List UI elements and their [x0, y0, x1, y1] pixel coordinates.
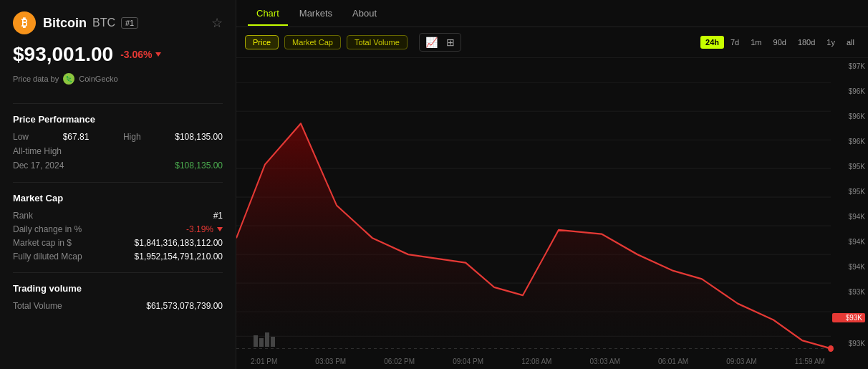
market-cap-title: Market Cap [13, 193, 223, 203]
time-24h-btn[interactable]: 24h [700, 36, 724, 49]
time-axis-labels: 2:01 PM 03:03 PM 06:02 PM 09:04 PM 12:08… [251, 353, 825, 369]
fully-diluted-row: Fully diluted Mcap $1,952,154,791,210.00 [13, 251, 223, 262]
rank-row: Rank #1 [13, 211, 223, 221]
price-display: $93,001.00 -3.06% [13, 43, 223, 66]
time-1m-btn[interactable]: 1m [746, 36, 766, 49]
coin-full-name: Bitcoin [43, 16, 87, 31]
time-1y-btn[interactable]: 1y [821, 36, 840, 49]
svg-rect-15 [265, 332, 269, 347]
tradingview-watermark [254, 332, 275, 349]
coin-header: ₿ Bitcoin BTC #1 ☆ [13, 11, 223, 34]
market-cap-usd-label: Market cap in $ [13, 238, 72, 248]
daily-change-value: -3.19% [186, 224, 223, 234]
left-panel: ₿ Bitcoin BTC #1 ☆ $93,001.00 -3.06% Pri… [0, 0, 236, 369]
daily-change-row: Daily change in % -3.19% [13, 224, 223, 234]
divider-1 [13, 103, 223, 104]
coingecko-logo: 🦎 [63, 73, 74, 85]
time-90d-btn[interactable]: 90d [768, 36, 791, 49]
market-cap-row: Market cap in $ $1,841,316,183,112.00 [13, 238, 223, 248]
right-panel: Chart Markets About Price Market Cap Tot… [236, 0, 868, 369]
time-label-8: 09:03 AM [726, 358, 756, 365]
svg-rect-14 [259, 338, 264, 347]
coin-symbol: BTC [92, 16, 115, 29]
time-range-group: 24h 7d 1m 90d 180d 1y all [700, 36, 859, 49]
trading-volume-title: Trading volume [13, 283, 223, 294]
price-label-95k-2: $95K [832, 188, 865, 196]
tab-markets[interactable]: Markets [291, 2, 341, 26]
arrow-down-icon [155, 52, 161, 57]
total-volume-value: $61,573,078,739.00 [146, 301, 223, 311]
time-label-9: 11:59 AM [795, 358, 825, 365]
market-cap-metric-btn[interactable]: Market Cap [284, 35, 341, 49]
rank-value: #1 [213, 211, 223, 221]
price-change: -3.06% [120, 49, 160, 60]
time-label-6: 03:03 AM [590, 358, 620, 365]
fully-diluted-label: Fully diluted Mcap [13, 251, 82, 262]
price-label-96k-1: $96K [832, 87, 865, 95]
price-label-93k-1: $93K [832, 288, 865, 296]
low-high-row: Low $67.81 High $108,135.00 [13, 132, 223, 142]
fully-diluted-value: $1,952,154,791,210.00 [135, 251, 223, 262]
tab-chart[interactable]: Chart [248, 2, 288, 26]
coin-rank-badge: #1 [121, 17, 138, 29]
time-label-3: 06:02 PM [384, 358, 415, 365]
daily-change-label: Daily change in % [13, 224, 82, 234]
price-label-96k-3: $96K [832, 138, 865, 145]
price-label-95k-1: $95K [832, 163, 865, 171]
price-label-93k-current: $93K [832, 313, 865, 322]
price-label-96k-2: $96K [832, 112, 865, 120]
total-volume-label: Total Volume [13, 301, 62, 311]
price-label-93k-2: $93K [832, 340, 865, 348]
tab-about[interactable]: About [344, 2, 385, 26]
price-metric-btn[interactable]: Price [245, 35, 279, 49]
market-cap-usd-value: $1,841,316,183,112.00 [135, 238, 223, 248]
ath-label: All-time High [13, 146, 62, 156]
total-volume-row: Total Volume $61,573,078,739.00 [13, 301, 223, 311]
coin-name-group: Bitcoin BTC #1 [43, 16, 138, 31]
chart-nav: Chart Markets About [236, 0, 868, 27]
ath-row: All-time High [13, 146, 223, 156]
candlestick-btn[interactable]: ⊞ [443, 35, 458, 49]
price-axis-labels: $97K $96K $96K $96K $95K $95K $94K $94K … [829, 58, 868, 352]
ath-detail-row: Dec 17, 2024 $108,135.00 [13, 160, 223, 171]
time-180d-btn[interactable]: 180d [793, 36, 820, 49]
time-label-7: 06:01 AM [658, 358, 688, 365]
price-source: Price data by 🦎 CoinGecko [13, 73, 223, 85]
bitcoin-logo: ₿ [13, 11, 36, 34]
time-7d-btn[interactable]: 7d [725, 36, 744, 49]
divider-3 [13, 272, 223, 273]
line-chart-btn[interactable]: 📈 [423, 35, 440, 49]
low-value: $67.81 [63, 132, 90, 142]
daily-change-arrow [217, 227, 223, 231]
price-label-94k-1: $94K [832, 213, 865, 221]
time-label-5: 12:08 AM [521, 358, 551, 365]
star-button[interactable]: ☆ [211, 15, 223, 31]
price-chart-svg [236, 58, 868, 369]
chart-type-group: 📈 ⊞ [419, 33, 461, 52]
ath-date: Dec 17, 2024 [13, 160, 64, 171]
svg-rect-16 [271, 337, 275, 347]
divider-2 [13, 182, 223, 183]
price-label-97k: $97K [832, 62, 865, 70]
rank-label: Rank [13, 211, 33, 221]
chart-toolbar: Price Market Cap Total Volume 📈 ⊞ 24h 7d… [236, 27, 868, 58]
time-label-4: 09:04 PM [453, 358, 483, 365]
high-value: $108,135.00 [175, 132, 223, 142]
price-label-94k-2: $94K [832, 238, 865, 246]
high-label: High [123, 132, 141, 142]
time-label-1: 2:01 PM [251, 358, 277, 365]
current-price: $93,001.00 [13, 43, 113, 66]
svg-marker-11 [236, 123, 831, 353]
chart-area: $97K $96K $96K $96K $95K $95K $94K $94K … [236, 58, 868, 369]
time-all-btn[interactable]: all [842, 36, 859, 49]
svg-rect-13 [254, 335, 258, 347]
ath-value: $108,135.00 [175, 160, 223, 171]
low-label: Low [13, 132, 29, 142]
price-label-94k-3: $94K [832, 263, 865, 271]
time-label-2: 03:03 PM [315, 358, 346, 365]
price-performance-title: Price Performance [13, 114, 223, 125]
total-volume-metric-btn[interactable]: Total Volume [347, 35, 408, 49]
